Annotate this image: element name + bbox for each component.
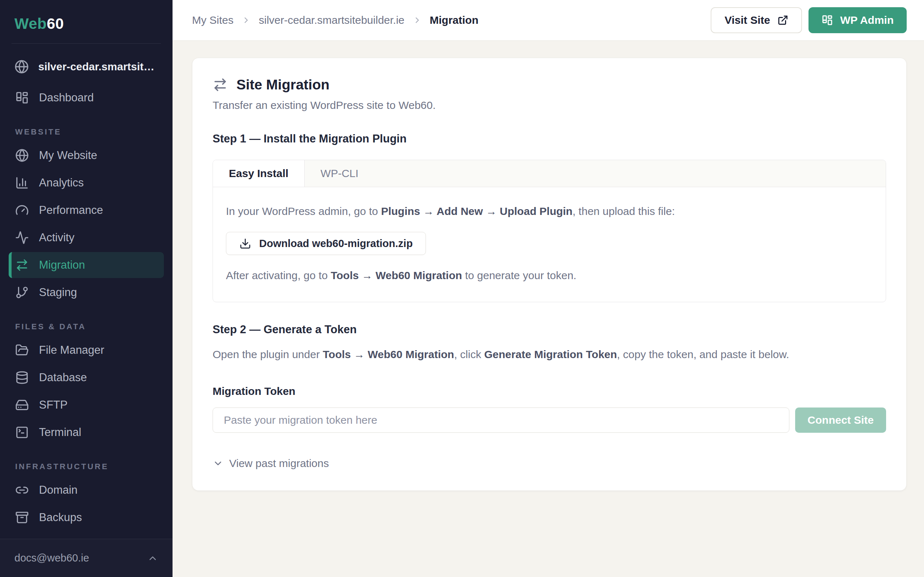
sidebar-section-website: WEBSITE [9,111,164,142]
install-tab-body: In your WordPress admin, go to Plugins →… [213,187,886,302]
folder-open-icon [15,343,29,357]
git-branch-icon [15,285,29,299]
sidebar-item-label: Domain [39,484,78,496]
transfer-arrows-icon [15,258,29,272]
migration-card: Site Migration Transfer an existing Word… [192,58,907,491]
sidebar-item-analytics[interactable]: Analytics [9,170,164,196]
dashboard-grid-icon [822,15,833,26]
install-tab-panel: Easy Install WP-CLI In your WordPress ad… [213,160,886,302]
tab-easy-install[interactable]: Easy Install [213,160,305,187]
after-activating-note: After activating, go to Tools → Web60 Mi… [226,268,873,283]
download-plugin-button[interactable]: Download web60-migration.zip [226,232,426,255]
sidebar-item-my-website[interactable]: My Website [9,142,164,168]
archive-icon [15,511,29,524]
visit-site-button[interactable]: Visit Site [711,7,802,33]
brand-logo: Web60 [0,0,173,43]
external-link-icon [777,15,788,26]
step2-instruction: Open the plugin under Tools → Web60 Migr… [213,347,886,362]
install-tab-bar: Easy Install WP-CLI [213,160,886,187]
gauge-icon [15,203,29,217]
step1-title: Step 1 — Install the Migration Plugin [213,132,886,145]
footer-email: docs@web60.ie [15,552,89,564]
view-past-migrations-label: View past migrations [229,457,329,469]
sidebar-item-label: Analytics [39,176,84,189]
sidebar-item-label: My Website [39,149,97,162]
activity-pulse-icon [15,231,29,245]
breadcrumb: My Sites silver-cedar.smartsitebuilder.i… [192,14,478,26]
link-icon [15,483,29,497]
sidebar-item-terminal[interactable]: Terminal [9,419,164,445]
globe-icon [15,148,29,162]
breadcrumb-current-page: Migration [430,14,478,26]
install-instruction: In your WordPress admin, go to Plugins →… [226,204,873,219]
sidebar-item-file-manager[interactable]: File Manager [9,337,164,363]
token-row: Connect Site [213,408,886,433]
step2-title: Step 2 — Generate a Token [213,323,886,336]
main-area: My Sites silver-cedar.smartsitebuilder.i… [173,0,924,577]
sidebar-item-label: File Manager [39,344,104,357]
brand-logo-primary: Web [15,15,47,32]
view-past-migrations-toggle[interactable]: View past migrations [213,457,886,469]
chevron-right-icon [241,16,251,25]
server-icon [15,398,29,412]
sidebar-item-label: Dashboard [39,91,94,104]
sidebar-item-label: SFTP [39,398,68,411]
sidebar-item-label: Terminal [39,426,81,439]
globe-icon [15,60,29,74]
sidebar: Web60 silver-cedar.smartsitebuilder.ie D… [0,0,173,577]
chevron-up-icon [147,553,158,564]
terminal-icon [15,425,29,439]
sidebar-item-backups[interactable]: Backups [9,504,164,530]
page-subtitle: Transfer an existing WordPress site to W… [213,99,886,111]
migration-token-label: Migration Token [213,385,886,397]
sidebar-item-domain[interactable]: Domain [9,477,164,503]
transfer-arrows-icon [213,77,228,92]
chevron-down-icon [213,458,223,469]
chevron-right-icon [412,16,422,25]
download-icon [239,238,251,250]
sidebar-site-selector[interactable]: silver-cedar.smartsitebuilder.ie [0,44,173,80]
sidebar-item-performance[interactable]: Performance [9,197,164,223]
sidebar-footer-account[interactable]: docs@web60.ie [0,539,173,577]
sidebar-item-staging[interactable]: Staging [9,279,164,305]
wp-admin-label: WP Admin [840,14,894,26]
database-icon [15,371,29,384]
page-title: Site Migration [236,77,330,93]
sidebar-item-label: Performance [39,204,103,217]
wp-admin-button[interactable]: WP Admin [809,7,907,33]
sidebar-section-files-data: FILES & DATA [9,305,164,337]
sidebar-item-sftp[interactable]: SFTP [9,392,164,418]
bar-chart-icon [15,176,29,190]
sidebar-site-name: silver-cedar.smartsitebuilder.ie [38,61,157,73]
brand-logo-secondary: 60 [47,15,64,32]
sidebar-item-label: Staging [39,286,77,299]
tab-wp-cli[interactable]: WP-CLI [305,160,374,187]
download-plugin-label: Download web60-migration.zip [259,238,412,250]
sidebar-item-dashboard[interactable]: Dashboard [9,85,164,111]
sidebar-item-migration[interactable]: Migration [9,252,164,278]
breadcrumb-site[interactable]: silver-cedar.smartsitebuilder.ie [259,14,405,26]
sidebar-section-infrastructure: INFRASTRUCTURE [9,445,164,477]
card-title-row: Site Migration [213,77,886,93]
visit-site-label: Visit Site [724,14,770,26]
topbar-actions: Visit Site WP Admin [711,7,907,33]
content: Site Migration Transfer an existing Word… [173,41,924,577]
connect-site-button[interactable]: Connect Site [795,408,886,433]
sidebar-nav: Dashboard WEBSITE My Website Analytics P… [0,80,173,530]
dashboard-grid-icon [15,91,29,105]
sidebar-item-label: Migration [39,259,85,272]
sidebar-item-label: Activity [39,231,74,244]
sidebar-item-activity[interactable]: Activity [9,225,164,251]
topbar: My Sites silver-cedar.smartsitebuilder.i… [173,0,924,41]
sidebar-item-label: Backups [39,511,82,524]
breadcrumb-my-sites[interactable]: My Sites [192,14,234,26]
sidebar-item-database[interactable]: Database [9,364,164,390]
sidebar-item-label: Database [39,371,87,384]
migration-token-input[interactable] [213,408,789,433]
